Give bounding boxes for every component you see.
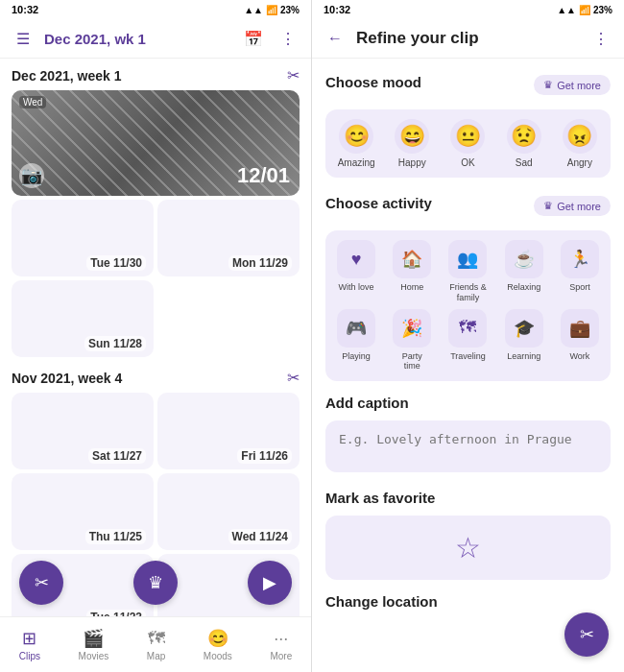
mood-ok[interactable]: 😐 OK xyxy=(443,119,492,168)
right-status-bar: 10:32 ▲▲ 📶 23% xyxy=(312,0,624,19)
activity-party-time[interactable]: 🎉 Partytime xyxy=(387,309,437,372)
crown-icon-mood: ♛ xyxy=(543,79,553,91)
clip-1125[interactable]: Thu 11/25 xyxy=(12,473,154,550)
sport-label: Sport xyxy=(569,282,590,293)
clip-date-1129: Mon 11/29 xyxy=(228,255,292,271)
week1-section: Dec 2021, week 1 ✂ 📷 12/01 Wed Tue 11/30… xyxy=(0,59,311,361)
mood-happy-label: Happy xyxy=(398,157,426,168)
left-top-bar: ☰ Dec 2021, wk 1 📅 ⋮ xyxy=(0,19,311,59)
right-signal-icon: ▲▲ xyxy=(557,5,576,15)
activity-friends-family[interactable]: 👥 Friends &family xyxy=(443,240,492,303)
fab-group: ✂ ♛ ▶ xyxy=(0,561,311,605)
mood-amazing-label: Amazing xyxy=(338,157,375,168)
activity-with-love[interactable]: ♥ With love xyxy=(331,240,381,303)
caption-input[interactable] xyxy=(325,420,611,472)
mood-angry-emoji: 😠 xyxy=(563,119,597,154)
nav-clips[interactable]: ⊞ Clips xyxy=(19,628,40,661)
favorite-star-icon[interactable]: ☆ xyxy=(455,531,481,564)
scissors-fab[interactable]: ✂ xyxy=(19,561,63,605)
nav-map-label: Map xyxy=(147,651,165,661)
activity-learning[interactable]: 🎓 Learning xyxy=(499,309,549,372)
right-scissors-fab[interactable]: ✂ xyxy=(564,612,609,657)
activity-grid: ♥ With love 🏠 Home 👥 Friends &family ☕ R… xyxy=(325,230,611,381)
week2-header: Nov 2021, week 4 ✂ xyxy=(12,369,300,387)
battery-icon: 23% xyxy=(280,5,300,15)
activity-work[interactable]: 💼 Work xyxy=(555,309,605,372)
mood-sad-emoji: 😟 xyxy=(507,119,541,154)
week1-header: Dec 2021, week 1 ✂ xyxy=(12,66,300,84)
clip-1130[interactable]: Tue 11/30 xyxy=(12,200,154,276)
week1-scissor-icon[interactable]: ✂ xyxy=(287,66,300,84)
activity-relaxing[interactable]: ☕ Relaxing xyxy=(499,240,549,303)
crown-fab[interactable]: ♛ xyxy=(133,561,178,605)
location-section: Change location xyxy=(325,593,611,610)
nav-more-label: More xyxy=(270,651,292,661)
learning-label: Learning xyxy=(507,351,540,362)
mood-amazing-emoji: 😊 xyxy=(339,119,373,154)
mood-angry[interactable]: 😠 Angry xyxy=(555,119,605,168)
left-title: Dec 2021, wk 1 xyxy=(44,31,232,47)
right-more-icon[interactable]: ⋮ xyxy=(588,25,614,52)
playing-label: Playing xyxy=(342,351,371,362)
clip-date-1126: Fri 11/26 xyxy=(237,448,292,464)
menu-icon[interactable]: ☰ xyxy=(10,25,36,52)
more-icon: ··· xyxy=(274,629,288,649)
map-icon: 🗺 xyxy=(148,629,165,649)
activity-get-more-button[interactable]: ♛ Get more xyxy=(534,196,611,216)
favorite-section: Mark as favorite ☆ xyxy=(325,490,611,580)
traveling-label: Traveling xyxy=(450,351,486,362)
nav-moods[interactable]: 😊 Moods xyxy=(204,628,232,661)
clip-day-label: Wed xyxy=(19,96,46,108)
clip-1128[interactable]: Sun 11/28 xyxy=(12,280,154,357)
signal-icon: ▲▲ xyxy=(244,5,263,15)
nav-movies-label: Movies xyxy=(79,651,109,661)
with-love-label: With love xyxy=(339,282,374,293)
more-options-icon[interactable]: ⋮ xyxy=(275,25,301,52)
activity-playing[interactable]: 🎮 Playing xyxy=(331,309,381,372)
mood-amazing[interactable]: 😊 Amazing xyxy=(331,119,381,168)
get-more-label-activity: Get more xyxy=(557,201,601,212)
bottom-nav: ⊞ Clips 🎬 Movies 🗺 Map 😊 Moods ··· More xyxy=(0,616,311,672)
friends-family-label: Friends &family xyxy=(449,282,487,303)
mood-sad[interactable]: 😟 Sad xyxy=(499,119,549,168)
activity-traveling[interactable]: 🗺 Traveling xyxy=(443,309,492,372)
nav-more[interactable]: ··· More xyxy=(270,629,292,661)
relaxing-label: Relaxing xyxy=(507,282,540,293)
work-icon: 💼 xyxy=(561,309,599,348)
clip-1127[interactable]: Sat 11/27 xyxy=(12,393,154,469)
clip-date-1125: Thu 11/25 xyxy=(85,529,146,544)
clip-1124[interactable]: Wed 11/24 xyxy=(157,473,300,550)
right-status-time: 10:32 xyxy=(324,4,350,15)
activity-home[interactable]: 🏠 Home xyxy=(387,240,437,303)
location-title: Change location xyxy=(325,593,611,610)
mood-get-more-button[interactable]: ♛ Get more xyxy=(534,75,611,95)
get-more-label-mood: Get more xyxy=(557,80,601,91)
relaxing-icon: ☕ xyxy=(505,240,543,278)
calendar-icon[interactable]: 📅 xyxy=(240,25,267,52)
mood-happy[interactable]: 😄 Happy xyxy=(387,119,437,168)
playing-icon: 🎮 xyxy=(337,309,375,348)
clip-1126[interactable]: Fri 11/26 xyxy=(157,393,300,469)
favorite-box: ☆ xyxy=(325,516,611,580)
nav-movies[interactable]: 🎬 Movies xyxy=(79,628,109,661)
week1-clips-grid: 📷 12/01 Wed Tue 11/30 Mon 11/29 Sun 11/2… xyxy=(12,90,300,357)
back-button[interactable]: ← xyxy=(322,25,348,52)
mood-grid: 😊 Amazing 😄 Happy 😐 OK 😟 Sad 😠 Angry xyxy=(325,109,611,178)
week2-scissor-icon[interactable]: ✂ xyxy=(287,369,300,387)
clip-date-1128: Sun 11/28 xyxy=(84,336,146,351)
mood-ok-label: OK xyxy=(461,157,474,168)
right-scroll-area: Choose mood ♛ Get more 😊 Amazing 😄 Happy… xyxy=(312,59,624,672)
activity-sport[interactable]: 🏃 Sport xyxy=(555,240,605,303)
mood-section-header: Choose mood ♛ Get more xyxy=(325,70,611,100)
clip-date-1124: Wed 11/24 xyxy=(228,529,292,544)
mood-sad-label: Sad xyxy=(516,157,533,168)
clip-featured[interactable]: 📷 12/01 Wed xyxy=(12,90,300,196)
video-fab[interactable]: ▶ xyxy=(248,561,292,605)
home-label: Home xyxy=(400,282,423,293)
activity-section-header: Choose activity ♛ Get more xyxy=(325,191,611,221)
party-time-label: Partytime xyxy=(402,351,422,372)
nav-map[interactable]: 🗺 Map xyxy=(147,629,165,661)
caption-title: Add caption xyxy=(325,395,611,411)
clip-1129[interactable]: Mon 11/29 xyxy=(157,200,300,276)
clip-big-date: 12/01 xyxy=(237,163,290,188)
